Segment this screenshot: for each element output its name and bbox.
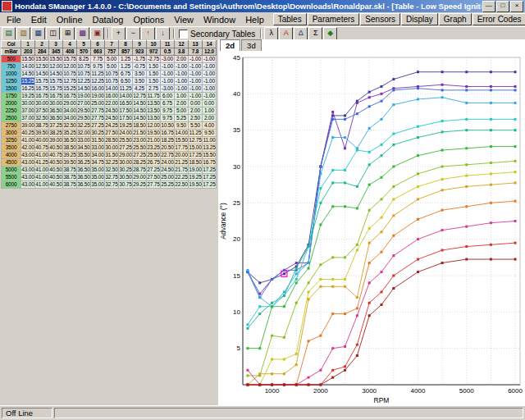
table-cell[interactable]: 12.75 (63, 78, 77, 85)
table-cell[interactable]: 28.75 (133, 167, 147, 174)
column-header[interactable]: 10 (147, 41, 161, 48)
table-cell[interactable]: 12.50 (35, 63, 49, 71)
table-cell[interactable]: 39.00 (49, 137, 63, 144)
parameters-button[interactable]: Parameters (308, 13, 360, 25)
table-cell[interactable]: 5.00 (105, 63, 119, 71)
table-cell[interactable]: 16.00 (105, 93, 119, 100)
table-cell[interactable]: 12.75 (189, 137, 203, 144)
table-cell[interactable]: 2.00 (175, 56, 189, 63)
grid-view-icon[interactable]: ⊞ (61, 27, 75, 40)
table-cell[interactable]: 27.25 (133, 152, 147, 159)
table-cell[interactable]: 24.50 (161, 167, 175, 174)
menu-window[interactable]: Window (199, 14, 240, 25)
increase-value-icon[interactable]: + (112, 27, 126, 40)
menu-file[interactable]: File (2, 14, 26, 25)
table-cell[interactable]: 13.25 (203, 144, 217, 152)
table-cell[interactable]: 30.00 (119, 159, 133, 167)
table-cell[interactable]: 27.75 (147, 181, 161, 189)
table-cell[interactable]: 41.00 (35, 167, 49, 174)
table-cell[interactable]: 29.50 (77, 115, 91, 122)
table-cell[interactable]: -0.75 (133, 63, 147, 71)
table-cell[interactable]: 17.25 (203, 181, 217, 189)
graph-button[interactable]: Graph (439, 13, 472, 25)
table-cell[interactable]: -2.75 (147, 56, 161, 63)
table-cell[interactable]: 43.00 (21, 174, 35, 181)
table-cell[interactable]: 30.00 (21, 100, 35, 107)
unit-value[interactable]: 0.5 (161, 48, 175, 56)
row-header-rpm[interactable]: 1750 (2, 93, 21, 100)
table-cell[interactable]: -1.00 (175, 78, 189, 85)
table-cell[interactable]: 25.50 (147, 152, 161, 159)
table-cell[interactable]: 21.50 (133, 130, 147, 137)
column-header[interactable]: 3 (49, 41, 63, 48)
table-cell[interactable]: 40.00 (35, 137, 49, 144)
table-cell[interactable]: 4.00 (203, 122, 217, 130)
table-cell[interactable]: 15.25 (21, 78, 35, 85)
table-cell[interactable]: 10.75 (105, 71, 119, 78)
table-cell[interactable]: -1.00 (189, 71, 203, 78)
table-cell[interactable]: 40.50 (49, 167, 63, 174)
table-cell[interactable]: 35.50 (77, 152, 91, 159)
minimize-button[interactable]: — (482, 1, 495, 12)
row-header-rpm[interactable]: 500 (2, 56, 21, 63)
table-cell[interactable]: 14.50 (133, 115, 147, 122)
table-cell[interactable]: 27.50 (105, 130, 119, 137)
table-cell[interactable]: 15.25 (63, 85, 77, 93)
unit-value[interactable]: 408 (63, 48, 77, 56)
table-cell[interactable]: 41.25 (35, 159, 49, 167)
table-cell[interactable]: -1.00 (203, 56, 217, 63)
table-cell[interactable]: 24.00 (161, 159, 175, 167)
table-cell[interactable]: 36.50 (77, 167, 91, 174)
row-header-rpm[interactable]: 2500 (2, 115, 21, 122)
table-cell[interactable]: 30.25 (91, 130, 105, 137)
table-cell[interactable]: 17.50 (119, 115, 133, 122)
table-cell[interactable]: 14.00 (119, 93, 133, 100)
table-cell[interactable]: 30.00 (105, 144, 119, 152)
table-cell[interactable]: 24.00 (119, 130, 133, 137)
table-cell[interactable]: 15.75 (63, 56, 77, 63)
table-cell[interactable]: 38.75 (63, 181, 77, 189)
unit-value[interactable]: 857 (119, 48, 133, 56)
table-cell[interactable]: 37.50 (35, 107, 49, 115)
table-cell[interactable]: -1.00 (203, 71, 217, 78)
table-cell[interactable]: 9.50 (203, 130, 217, 137)
table-cell[interactable]: 16.00 (91, 85, 105, 93)
column-header[interactable]: 9 (133, 41, 147, 48)
menu-edit[interactable]: Edit (26, 14, 52, 25)
table-cell[interactable]: 27.25 (119, 144, 133, 152)
advance-vs-rpm-graph[interactable]: 5101520253035404510002000300040005000600… (218, 51, 525, 408)
table-cell[interactable]: 6.50 (119, 78, 133, 85)
table-cell[interactable]: 2.00 (175, 100, 189, 107)
table-cell[interactable]: 40.75 (35, 144, 49, 152)
menu-online[interactable]: Online (52, 14, 88, 25)
table-cell[interactable]: -1.00 (161, 71, 175, 78)
table-cell[interactable]: 34.50 (77, 144, 91, 152)
table-cell[interactable]: 34.00 (63, 115, 77, 122)
table-cell[interactable]: 30.00 (49, 100, 63, 107)
table-cell[interactable]: 26.75 (147, 159, 161, 167)
table-cell[interactable]: 21.25 (175, 159, 189, 167)
table-cell[interactable]: 12.25 (77, 78, 91, 85)
column-header[interactable]: 5 (77, 41, 91, 48)
table-cell[interactable]: 3.50 (133, 71, 147, 78)
table-cell[interactable]: 1.25 (119, 63, 133, 71)
table-cell[interactable]: 1.00 (203, 107, 217, 115)
table-cell[interactable]: 35.00 (91, 174, 105, 181)
table-cell[interactable]: 30.75 (119, 181, 133, 189)
table-cell[interactable]: 36.25 (77, 159, 91, 167)
display-button[interactable]: Display (401, 13, 438, 25)
table-cell[interactable]: 16.75 (35, 93, 49, 100)
unit-value[interactable]: 3.8 (175, 48, 189, 56)
table-cell[interactable]: 5.50 (189, 122, 203, 130)
table-cell[interactable]: -1.00 (175, 63, 189, 71)
table-cell[interactable]: 25.25 (161, 181, 175, 189)
table-cell[interactable]: 39.00 (21, 122, 35, 130)
table-cell[interactable]: 19.00 (77, 93, 91, 100)
table-cell[interactable]: 39.25 (63, 152, 77, 159)
cell-select-icon[interactable]: ▣ (90, 27, 104, 40)
column-header[interactable]: 8 (119, 41, 133, 48)
table-cell[interactable]: 1.50 (147, 78, 161, 85)
table-cell[interactable]: 36.50 (49, 107, 63, 115)
table-cell[interactable]: 15.75 (49, 85, 63, 93)
tab-2d[interactable]: 2d (220, 39, 240, 51)
